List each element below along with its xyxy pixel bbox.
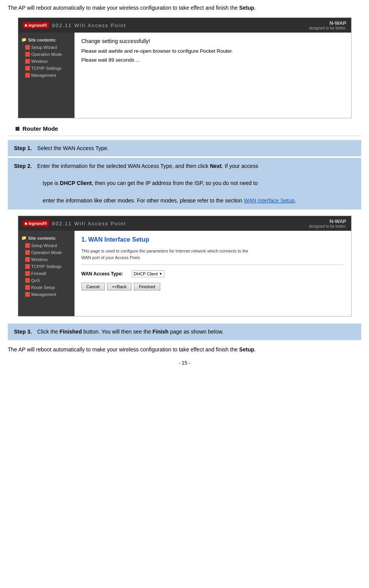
page-number: - 15 -: [8, 360, 361, 366]
wan-access-value: DHCP Client: [134, 272, 158, 276]
nwap-area-2: N-WAP designed to be better.: [309, 218, 346, 228]
step3-finish-bold: Finish: [152, 329, 168, 335]
nwap-area-1: N-WAP designed to be better.: [309, 20, 346, 30]
folder-icon-1: 📁: [21, 37, 27, 42]
main-content-2: 1. WAN Interface Setup This page is used…: [74, 231, 351, 316]
header-logo-area-2: ■ legrand® 802.11 Wifi Access Point: [23, 220, 126, 227]
sidebar-item-wireless-2[interactable]: Wireless: [18, 256, 74, 263]
intro-text-start: The AP will reboot automatically to make…: [8, 5, 239, 11]
router-mode-heading: Router Mode: [16, 125, 361, 132]
step2-content-2: enter the information like other modes. …: [8, 192, 361, 209]
step2-text2-start: type is: [43, 180, 60, 186]
step2-text2-end: , then you can get the IP address from t…: [92, 180, 258, 186]
sidebar-item-route-setup[interactable]: Route Setup: [18, 284, 74, 291]
router-body-1: 📁 Site contents: Setup Wizard Operation …: [18, 33, 351, 118]
router-title-2: 802.11 Wifi Access Point: [52, 221, 126, 227]
nav-icon-4: [25, 66, 30, 71]
nav-icon-s4: [25, 264, 30, 269]
sidebar-item-tcpip-2[interactable]: TCP/IP Settings: [18, 263, 74, 270]
wan-access-form-row: WAN Access Type: DHCP Client ▼: [81, 270, 344, 277]
nav-icon-s8: [25, 292, 30, 297]
intro-paragraph: The AP will reboot automatically to make…: [8, 4, 361, 12]
outro-text-end: .: [254, 346, 256, 353]
outro-paragraph: The AP will reboot automatically to make…: [8, 346, 361, 354]
nav-icon-s7: [25, 285, 30, 290]
step2-content-1: type is DHCP Client, then you can get th…: [8, 175, 361, 192]
step3-text-end: page as shown below.: [168, 329, 223, 335]
screenshot-2: ■ legrand® 802.11 Wifi Access Point N-WA…: [18, 216, 352, 316]
sidebar-item-setup-wizard-1[interactable]: Setup Wizard: [18, 44, 74, 51]
sidebar-item-wireless-1[interactable]: Wireless: [18, 58, 74, 65]
sidebar-item-firewall[interactable]: Firewall: [18, 270, 74, 277]
sidebar-item-management-2[interactable]: Management: [18, 291, 74, 298]
intro-text-end: .: [254, 5, 256, 11]
designed-label-2: designed to be better.: [309, 224, 346, 228]
step2-text3-end: .: [295, 197, 296, 204]
screenshot-1: ■ legrand® 802.11 Wifi Access Point N-WA…: [18, 17, 352, 118]
router-mode-label: Router Mode: [23, 125, 58, 132]
change-setting-title: Change setting successfully!: [81, 38, 344, 44]
router-header-1: ■ legrand® 802.11 Wifi Access Point N-WA…: [18, 18, 351, 33]
step3-label: Step 3.: [14, 329, 32, 335]
bullet-icon: [16, 127, 19, 131]
legrand-logo-1: ■ legrand®: [23, 22, 49, 28]
router-header-2: ■ legrand® 802.11 Wifi Access Point N-WA…: [18, 216, 351, 231]
sidebar-item-operation-mode-1[interactable]: Operation Mode: [18, 51, 74, 58]
outro-setup-bold: Setup: [239, 346, 254, 353]
sidebar-1: 📁 Site contents: Setup Wizard Operation …: [18, 33, 74, 118]
nav-icon-s5: [25, 271, 30, 276]
finished-button[interactable]: Finished: [134, 283, 160, 291]
step3-text-start: Click the: [37, 329, 60, 335]
nav-icon-2: [25, 52, 30, 57]
step2-text3: enter the information like other modes. …: [43, 197, 244, 204]
step3-finished-bold: Finished: [59, 329, 82, 335]
wan-access-select[interactable]: DHCP Client ▼: [132, 270, 165, 277]
nwap-label-1: N-WAP: [309, 20, 346, 26]
wan-desc: This page is used to configure the param…: [81, 248, 344, 265]
step3-row: Step 3. Click the Finished button. You w…: [8, 323, 361, 340]
wan-button-row: Cancel <<Back Finished: [81, 283, 344, 291]
cancel-button[interactable]: Cancel: [81, 283, 105, 291]
nwap-label-2: N-WAP: [309, 218, 346, 224]
step2-row: Step 2. Enter the information for the se…: [8, 158, 361, 174]
folder-icon-2: 📁: [21, 235, 27, 240]
divider-1: [8, 136, 361, 136]
header-logo-area-1: ■ legrand® 802.11 Wifi Access Point: [23, 22, 126, 28]
wait-text-1: Please wait awhile and re-open browser t…: [81, 48, 344, 54]
site-contents-label-2: 📁 Site contents:: [18, 234, 74, 242]
sidebar-2: 📁 Site contents: Setup Wizard Operation …: [18, 231, 74, 316]
step3-text-mid: button. You will then see the: [82, 329, 152, 335]
nav-icon-s3: [25, 257, 30, 262]
step2-next-bold: Next: [210, 163, 222, 169]
wait-text-2: Please wait 89 seconds ...: [81, 57, 344, 63]
nav-icon-s6: [25, 278, 30, 283]
legrand-logo-2: ■ legrand®: [23, 220, 49, 227]
wan-desc-1: This page is used to configure the param…: [81, 249, 248, 253]
nav-icon-s1: [25, 243, 30, 248]
router-title-1: 802.11 Wifi Access Point: [52, 22, 126, 28]
step2-label: Step 2.: [14, 163, 32, 169]
sidebar-item-setup-wizard-2[interactable]: Setup Wizard: [18, 242, 74, 249]
wan-title: 1. WAN Interface Setup: [81, 236, 344, 243]
router-body-2: 📁 Site contents: Setup Wizard Operation …: [18, 231, 351, 316]
step2-text1-end: . If your access: [222, 163, 258, 169]
step1-label: Step 1.: [14, 145, 32, 151]
nav-icon-1: [25, 45, 30, 50]
main-content-1: Change setting successfully! Please wait…: [74, 33, 351, 118]
wan-interface-link[interactable]: WAN Interface Setup: [244, 197, 295, 204]
nav-icon-s2: [25, 250, 30, 255]
nav-icon-5: [25, 73, 30, 78]
back-button[interactable]: <<Back: [107, 283, 132, 291]
dropdown-arrow-icon: ▼: [159, 272, 163, 276]
step1-row: Step 1. Select the WAN Access Type.: [8, 140, 361, 156]
sidebar-item-qos[interactable]: QoS: [18, 277, 74, 284]
designed-label-1: designed to be better.: [309, 26, 346, 30]
sidebar-item-tcpip-1[interactable]: TCP/IP Settings: [18, 65, 74, 72]
sidebar-item-management-1[interactable]: Management: [18, 72, 74, 79]
sidebar-item-operation-mode-2[interactable]: Operation Mode: [18, 249, 74, 256]
wan-desc-2: WAN port of your Access Point.: [81, 255, 141, 260]
step2-text1: Enter the information for the selected W…: [37, 163, 210, 169]
step1-text: Select the WAN Access Type.: [37, 145, 109, 151]
nav-icon-3: [25, 59, 30, 64]
site-contents-label-1: 📁 Site contents:: [18, 36, 74, 44]
